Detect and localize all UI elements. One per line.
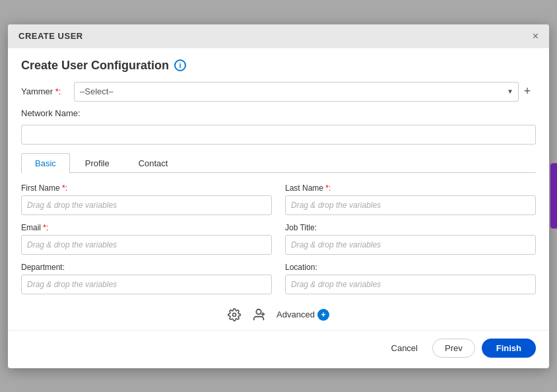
modal-title: CREATE USER — [18, 31, 83, 41]
create-user-modal: CREATE USER × Create User Configuration … — [8, 24, 549, 368]
modal-body: Create User Configuration i Yammer *: –S… — [8, 48, 549, 294]
yammer-add-button[interactable]: + — [519, 83, 536, 100]
network-name-field: Network Name: — [21, 108, 536, 145]
email-label: Email *: — [21, 223, 272, 232]
finish-button[interactable]: Finish — [482, 339, 536, 358]
first-name-label: First Name *: — [21, 183, 272, 193]
footer-actions: Advanced + — [8, 300, 549, 322]
user-add-icon[interactable] — [251, 308, 266, 322]
location-input[interactable] — [285, 275, 536, 294]
network-name-input[interactable] — [21, 125, 536, 145]
department-label: Department: — [21, 263, 272, 272]
info-icon[interactable]: i — [174, 59, 186, 71]
settings-icon[interactable] — [228, 308, 241, 321]
network-name-row: Network Name: — [21, 108, 536, 118]
yammer-select-container: –Select– ▼ — [74, 82, 519, 102]
email-input[interactable] — [21, 235, 272, 255]
advanced-plus-icon: + — [317, 309, 329, 321]
yammer-row: Yammer *: –Select– ▼ + — [21, 82, 536, 102]
job-title-field: Job Title: — [285, 223, 536, 255]
yammer-select[interactable]: –Select– — [74, 82, 519, 102]
location-label: Location: — [285, 263, 536, 272]
first-name-field: First Name *: — [21, 183, 272, 215]
last-name-label: Last Name *: — [285, 183, 536, 193]
app-data-side-tab[interactable]: ‹ App Data — [550, 164, 557, 229]
tab-basic[interactable]: Basic — [21, 153, 70, 173]
form-grid: First Name *: Last Name *: Email *: — [21, 183, 536, 294]
svg-point-1 — [256, 309, 261, 313]
prev-button[interactable]: Prev — [432, 339, 475, 358]
close-button[interactable]: × — [533, 31, 539, 42]
tab-contact[interactable]: Contact — [125, 153, 182, 173]
network-name-label: Network Name: — [21, 108, 81, 118]
first-name-input[interactable] — [21, 195, 272, 215]
modal-header: CREATE USER × — [8, 24, 549, 48]
advanced-label: Advanced — [277, 310, 315, 319]
config-title-row: Create User Configuration i — [21, 59, 536, 73]
department-input[interactable] — [21, 275, 272, 294]
yammer-label: Yammer *: — [21, 86, 74, 96]
location-field: Location: — [285, 263, 536, 294]
last-name-field: Last Name *: — [285, 183, 536, 215]
cancel-button[interactable]: Cancel — [383, 339, 426, 357]
job-title-label: Job Title: — [285, 223, 536, 232]
tab-profile[interactable]: Profile — [71, 153, 123, 173]
job-title-input[interactable] — [285, 235, 536, 255]
yammer-required: *: — [55, 86, 61, 96]
email-field: Email *: — [21, 223, 272, 255]
last-name-input[interactable] — [285, 195, 536, 215]
advanced-button[interactable]: Advanced + — [277, 309, 329, 321]
svg-point-0 — [233, 313, 236, 316]
modal-footer: Cancel Prev Finish — [8, 330, 549, 368]
tabs: Basic Profile Contact — [21, 152, 536, 173]
config-title-text: Create User Configuration — [21, 59, 169, 73]
department-field: Department: — [21, 263, 272, 294]
